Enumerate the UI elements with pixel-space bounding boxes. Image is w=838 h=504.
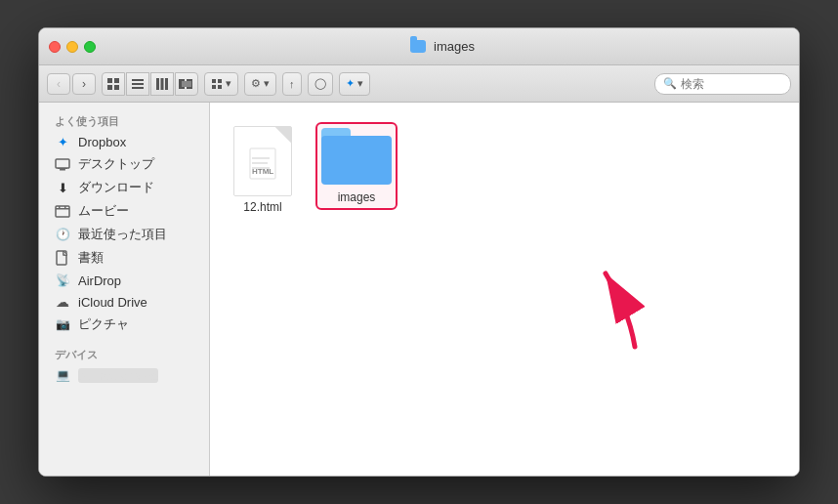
dropbox-chevron: ▾ (357, 77, 363, 90)
search-bar[interactable]: 🔍 (654, 73, 791, 95)
column-view-button[interactable] (150, 72, 174, 96)
device-icon: 💻 (55, 367, 70, 383)
sidebar-item-label: blurred device (78, 368, 158, 383)
columns-icon (155, 77, 169, 91)
html-file-name: 12.html (243, 200, 281, 214)
svg-rect-8 (161, 78, 164, 90)
share-button[interactable]: ↑ (282, 72, 302, 96)
back-button[interactable]: ‹ (47, 73, 70, 95)
sidebar-item-icloud[interactable]: ☁ iCloud Drive (39, 291, 209, 313)
action-chevron: ▾ (264, 77, 270, 90)
view-buttons (102, 72, 198, 96)
back-icon: ‹ (57, 77, 61, 91)
list-view-button[interactable] (126, 72, 149, 96)
html-file-icon: HTML (233, 126, 292, 196)
forward-button[interactable]: › (72, 73, 96, 95)
titlebar-folder-icon (410, 40, 426, 53)
html-doc-graphic: HTML (248, 147, 277, 181)
svg-rect-1 (114, 78, 119, 83)
sidebar-item-dropbox[interactable]: ✦ Dropbox (39, 131, 209, 152)
sidebar-item-label: ピクチャ (78, 315, 129, 333)
file-area: HTML 12.html images (210, 103, 799, 476)
folder-name: images (338, 190, 376, 204)
svg-rect-2 (107, 85, 112, 90)
desktop-icon (55, 156, 70, 172)
share-icon: ↑ (289, 78, 295, 90)
window-title: images (434, 39, 475, 54)
svg-rect-19 (58, 168, 67, 169)
sidebar-item-device[interactable]: 💻 blurred device (39, 364, 209, 386)
sidebar-item-pictures[interactable]: 📷 ピクチャ (39, 313, 209, 336)
sidebar-item-label: デスクトップ (78, 155, 154, 173)
svg-rect-12 (182, 81, 191, 87)
search-input[interactable] (681, 77, 782, 91)
arrange-chevron: ▾ (226, 77, 231, 90)
svg-rect-18 (60, 169, 65, 171)
dropbox-toolbar-icon: ✦ (346, 77, 355, 90)
traffic-lights (49, 41, 96, 53)
svg-rect-6 (132, 87, 144, 89)
html-file-item[interactable]: HTML 12.html (230, 122, 296, 218)
folder-body (321, 136, 392, 185)
images-folder-item[interactable]: images (315, 122, 398, 210)
minimize-button[interactable] (66, 41, 78, 53)
arrange-icon (211, 78, 223, 90)
search-icon: 🔍 (663, 77, 677, 90)
document-icon (55, 250, 70, 266)
sidebar-item-label: Dropbox (78, 135, 126, 149)
svg-rect-7 (156, 78, 159, 90)
airdrop-icon: 📡 (55, 273, 70, 288)
sidebar-item-label: ダウンロード (78, 179, 154, 196)
sidebar-item-documents[interactable]: 書類 (39, 246, 209, 270)
images-folder-icon (321, 128, 392, 185)
svg-rect-16 (218, 85, 222, 89)
sidebar-item-airdrop[interactable]: 📡 AirDrop (39, 270, 209, 291)
sidebar-item-desktop[interactable]: デスクトップ (39, 152, 209, 176)
svg-rect-4 (132, 79, 144, 81)
svg-rect-14 (218, 79, 222, 83)
svg-rect-13 (212, 79, 216, 83)
dropbox-button[interactable]: ✦ ▾ (339, 72, 370, 96)
grid-icon (106, 77, 120, 91)
arrow-svg (581, 259, 659, 357)
sidebar-item-label: 最近使った項目 (78, 226, 167, 243)
dropbox-icon: ✦ (55, 134, 70, 149)
sidebar-item-label: ムービー (78, 202, 129, 220)
svg-rect-0 (107, 78, 112, 83)
sidebar-item-label: iCloud Drive (78, 295, 147, 310)
sidebar-item-label: AirDrop (78, 273, 121, 288)
sidebar-item-downloads[interactable]: ⬇ ダウンロード (39, 176, 209, 199)
svg-rect-20 (56, 206, 69, 217)
titlebar: images (39, 28, 799, 65)
gear-icon: ⚙ (251, 77, 261, 90)
cover-view-button[interactable] (175, 72, 198, 96)
svg-rect-3 (114, 85, 119, 90)
svg-rect-5 (132, 83, 144, 85)
sidebar-item-label: 書類 (78, 249, 104, 267)
svg-rect-17 (56, 159, 69, 168)
toolbar: ‹ › (39, 65, 799, 103)
movie-icon (55, 203, 70, 219)
arrange-button[interactable]: ▾ (204, 72, 238, 96)
titlebar-center: images (96, 39, 789, 54)
tag-button[interactable]: ◯ (308, 72, 333, 96)
sidebar: よく使う項目 ✦ Dropbox デスクトップ ⬇ ダウンロード ムービー (39, 103, 210, 476)
svg-rect-9 (165, 78, 168, 90)
favorites-section-title: よく使う項目 (39, 110, 209, 131)
svg-rect-15 (212, 85, 216, 89)
nav-buttons: ‹ › (47, 73, 96, 95)
cover-icon (178, 77, 195, 91)
sidebar-item-recent[interactable]: 🕐 最近使った項目 (39, 223, 209, 246)
devices-section-title: デバイス (39, 344, 209, 364)
pictures-icon: 📷 (55, 316, 70, 332)
action-button[interactable]: ⚙ ▾ (244, 72, 276, 96)
maximize-button[interactable] (84, 41, 96, 53)
recent-icon: 🕐 (55, 227, 70, 242)
forward-icon: › (82, 77, 86, 91)
close-button[interactable] (49, 41, 61, 53)
svg-rect-23 (64, 206, 66, 209)
download-icon: ⬇ (55, 180, 70, 195)
icon-view-button[interactable] (102, 72, 125, 96)
sidebar-item-movies[interactable]: ムービー (39, 199, 209, 223)
list-icon (131, 77, 145, 91)
